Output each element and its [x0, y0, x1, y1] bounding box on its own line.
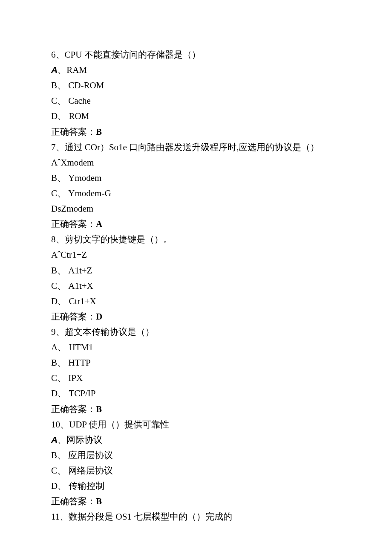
option-d: D、 ROM	[51, 108, 341, 124]
option-d: D、 Ctr1+X	[51, 293, 341, 309]
option-b: B、 HTTP	[51, 355, 341, 370]
answer-line: 正确答案：A	[51, 216, 341, 232]
option-a-prefix: A	[51, 65, 58, 75]
option-b: B、 A1t+Z	[51, 263, 341, 278]
answer-line: 正确答案：B	[51, 401, 341, 417]
option-a-prefix: A	[51, 435, 58, 445]
option-a: A、RAM	[51, 62, 341, 78]
option-a: A、 HTM1	[51, 340, 341, 355]
option-d: DsZmodem	[51, 201, 341, 216]
answer-value: D	[96, 311, 102, 322]
option-a: ΛˆXmodem	[51, 155, 341, 170]
option-c: C、 IPX	[51, 370, 341, 386]
option-b: B、 Ymodem	[51, 170, 341, 186]
answer-label: 正确答案：	[51, 404, 96, 414]
question-stem: 7、通过 COr）So1e 口向路由器发送升级程序时,应选用的协议是（）	[51, 139, 341, 155]
answer-value: A	[96, 219, 102, 229]
option-d: D、 TCP/IP	[51, 386, 341, 401]
answer-value: B	[96, 496, 102, 506]
answer-label: 正确答案：	[51, 311, 96, 322]
document-page: 6、CPU 不能直接访问的存储器是（） A、RAM B、 CD-ROM C、 C…	[0, 0, 392, 550]
question-stem: 11、数据分段是 OS1 七层模型中的（）完成的	[51, 509, 341, 524]
question-stem: 8、剪切文字的快捷键是（）。	[51, 232, 341, 247]
option-c: C、 A1t+X	[51, 278, 341, 293]
option-a-text: 网际协议	[66, 435, 102, 445]
option-a-sep: 、	[58, 435, 66, 445]
option-c: C、 网络层协议	[51, 463, 341, 478]
answer-line: 正确答案：B	[51, 494, 341, 509]
option-d: D、 传输控制	[51, 478, 341, 494]
option-b: B、 CD-ROM	[51, 78, 341, 93]
answer-label: 正确答案：	[51, 127, 96, 137]
answer-value: B	[96, 127, 102, 137]
option-a: AˆCtr1+Z	[51, 247, 341, 262]
option-c: C、 Ymodem-G	[51, 186, 341, 201]
option-a-text: RAM	[66, 65, 87, 75]
question-stem: 6、CPU 不能直接访问的存储器是（）	[51, 47, 341, 62]
answer-value: B	[96, 404, 102, 414]
answer-line: 正确答案：D	[51, 309, 341, 324]
option-a-sep: 、	[58, 65, 66, 75]
answer-label: 正确答案：	[51, 219, 96, 229]
question-stem: 9、超文本传输协议是（）	[51, 324, 341, 340]
answer-label: 正确答案：	[51, 496, 96, 506]
option-c: C、 Cache	[51, 93, 341, 108]
answer-line: 正确答案：B	[51, 124, 341, 139]
option-b: B、 应用层协议	[51, 447, 341, 463]
option-a: A、网际协议	[51, 432, 341, 447]
question-stem: 10、UDP 使用（）提供可靠性	[51, 417, 341, 432]
